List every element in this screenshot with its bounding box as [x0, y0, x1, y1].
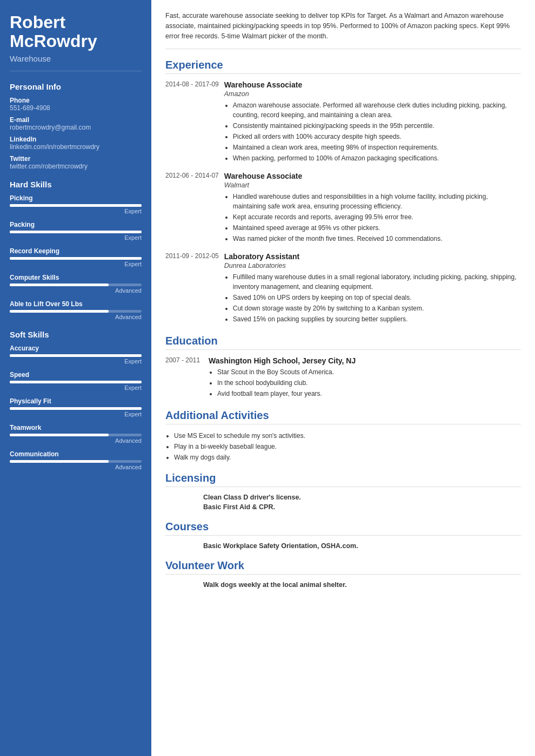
exp-company: Amazon — [224, 90, 521, 98]
courses-list: Basic Workplace Safety Orientation, OSHA… — [165, 542, 521, 550]
bullet: Maintained a clean work area, meeting 98… — [233, 143, 521, 152]
bullet: Consistently maintained picking/packing … — [233, 121, 521, 131]
edu-date: 2007 - 2011 — [165, 356, 209, 400]
skill-name: Accuracy — [10, 345, 142, 352]
summary-text: Fast, accurate warehouse associate seeki… — [165, 11, 521, 49]
activity-bullet: Use MS Excel to schedule my son's activi… — [174, 431, 521, 441]
course-item: Basic Workplace Safety Orientation, OSHA… — [165, 542, 521, 550]
exp-job-title: Warehouse Associate — [224, 172, 521, 180]
exp-company: Walmart — [224, 181, 521, 189]
volunteer-item: Walk dogs weekly at the local animal she… — [165, 581, 521, 589]
bullet: Maintained speed average at 95% vs other… — [233, 223, 521, 233]
contact-value: robertmcrowdry@gmail.com — [10, 124, 142, 131]
exp-bullets: Fulfilled many warehouse duties in a sma… — [224, 272, 521, 324]
licensing-section: Licensing Clean Class D driver's license… — [165, 472, 521, 511]
skill-level: Advanced — [10, 437, 142, 444]
skill-bar-fill — [10, 354, 142, 357]
hard-skills-list: Picking Expert Packing Expert Record Kee… — [10, 194, 142, 320]
contact-value: 551-689-4908 — [10, 104, 142, 112]
activities-heading: Additional Activities — [165, 409, 521, 424]
candidate-name: Robert McRowdry — [10, 13, 142, 51]
courses-section: Courses Basic Workplace Safety Orientati… — [165, 521, 521, 550]
skill-bar-bg — [10, 204, 142, 207]
exp-content: Warehouse Associate Walmart Handled ware… — [224, 172, 521, 245]
contact-list: Phone551-689-4908E-mailrobertmcrowdry@gm… — [10, 97, 142, 170]
licensing-item: Clean Class D driver's license. — [165, 494, 521, 501]
skill-item: Able to Lift Over 50 Lbs Advanced — [10, 300, 142, 320]
exp-date: 2014-08 - 2017-09 — [165, 80, 224, 164]
skill-level: Advanced — [10, 287, 142, 294]
contact-label: LinkedIn — [10, 136, 142, 143]
experience-entry: 2011-09 - 2012-05 Laboratory Assistant D… — [165, 252, 521, 325]
skill-item: Computer Skills Advanced — [10, 274, 142, 294]
exp-bullets: Amazon warehouse associate. Performed al… — [224, 100, 521, 163]
skill-bar-fill — [10, 284, 109, 286]
licensing-list: Clean Class D driver's license.Basic Fir… — [165, 494, 521, 511]
bullet: In the school bodybuilding club. — [217, 378, 521, 388]
skill-item: Teamwork Advanced — [10, 424, 142, 444]
skill-item: Record Keeping Expert — [10, 247, 142, 267]
skill-name: Physically Fit — [10, 397, 142, 405]
skill-bar-fill — [10, 310, 109, 313]
skill-bar-bg — [10, 354, 142, 357]
skill-name: Teamwork — [10, 424, 142, 431]
skill-level: Expert — [10, 384, 142, 391]
volunteer-heading: Volunteer Work — [165, 559, 521, 575]
contact-value: linkedin.com/in/robertmcrowdry — [10, 143, 142, 151]
bullet: Amazon warehouse associate. Performed al… — [233, 100, 521, 120]
education-heading: Education — [165, 335, 521, 350]
skill-bar-bg — [10, 310, 142, 313]
bullet: When packing, performed to 100% of Amazo… — [233, 153, 521, 163]
skill-level: Expert — [10, 261, 142, 267]
bullet: Saved 15% on packing supplies by sourcin… — [233, 314, 521, 324]
sidebar: Robert McRowdry Warehouse Personal Info … — [0, 0, 151, 756]
skill-item: Physically Fit Expert — [10, 397, 142, 417]
skill-name: Picking — [10, 194, 142, 202]
contact-item: Phone551-689-4908 — [10, 97, 142, 112]
experience-heading: Experience — [165, 59, 521, 74]
skill-bar-bg — [10, 460, 142, 463]
skill-level: Expert — [10, 234, 142, 241]
exp-job-title: Laboratory Assistant — [224, 252, 521, 261]
soft-skills-heading: Soft Skills — [10, 330, 142, 339]
skill-name: Able to Lift Over 50 Lbs — [10, 300, 142, 308]
hard-skills-heading: Hard Skills — [10, 180, 142, 189]
licensing-item: Basic First Aid & CPR. — [165, 503, 521, 511]
exp-content: Laboratory Assistant Dunrea Laboratories… — [224, 252, 521, 325]
exp-company: Dunrea Laboratories — [224, 262, 521, 269]
bullet: Fulfilled many warehouse duties in a sma… — [233, 272, 521, 292]
skill-bar-fill — [10, 231, 142, 233]
skill-name: Communication — [10, 450, 142, 458]
skill-bar-bg — [10, 257, 142, 260]
bullet: Saved 10% on UPS orders by keeping on to… — [233, 293, 521, 302]
exp-date: 2011-09 - 2012-05 — [165, 252, 224, 325]
skill-bar-bg — [10, 434, 142, 436]
skill-bar-fill — [10, 434, 109, 436]
education-entry: 2007 - 2011 Washington High School, Jers… — [165, 356, 521, 400]
bullet: Star Scout in the Boy Scouts of America. — [217, 367, 521, 377]
contact-label: Twitter — [10, 155, 142, 163]
skill-bar-bg — [10, 231, 142, 233]
skill-level: Advanced — [10, 464, 142, 470]
courses-heading: Courses — [165, 521, 521, 536]
contact-value: twitter.com/robertmcrowdry — [10, 163, 142, 170]
exp-date: 2012-06 - 2014-07 — [165, 172, 224, 245]
personal-info-heading: Personal Info — [10, 82, 142, 91]
experience-entry: 2012-06 - 2014-07 Warehouse Associate Wa… — [165, 172, 521, 245]
skill-bar-fill — [10, 204, 142, 207]
edu-school: Washington High School, Jersey City, NJ — [209, 356, 521, 365]
activities-section: Additional Activities Use MS Excel to sc… — [165, 409, 521, 462]
skill-level: Advanced — [10, 314, 142, 320]
contact-item: E-mailrobertmcrowdry@gmail.com — [10, 116, 142, 131]
skill-level: Expert — [10, 208, 142, 214]
main-content: Fast, accurate warehouse associate seeki… — [151, 0, 535, 756]
activity-bullet: Play in a bi-weekly baseball league. — [174, 442, 521, 451]
bullet: Avid football team player, four years. — [217, 389, 521, 399]
exp-content: Warehouse Associate Amazon Amazon wareho… — [224, 80, 521, 164]
volunteer-section: Volunteer Work Walk dogs weekly at the l… — [165, 559, 521, 589]
skill-level: Expert — [10, 411, 142, 417]
contact-item: Twittertwitter.com/robertmcrowdry — [10, 155, 142, 170]
education-section: Education 2007 - 2011 Washington High Sc… — [165, 335, 521, 400]
education-list: 2007 - 2011 Washington High School, Jers… — [165, 356, 521, 400]
skill-item: Packing Expert — [10, 221, 142, 241]
